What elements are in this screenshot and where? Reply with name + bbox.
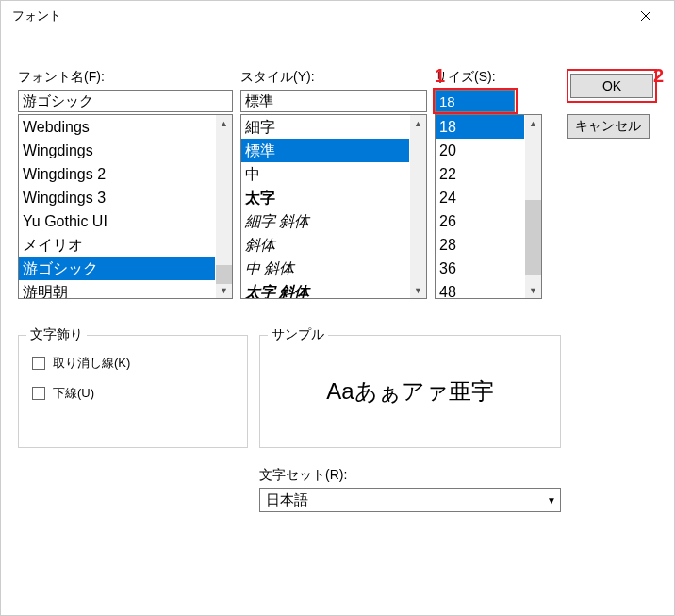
scrollbar-thumb[interactable]	[525, 200, 541, 275]
size-listbox[interactable]: 1820222426283648 ▲ ▼	[435, 114, 542, 299]
list-item[interactable]: Wingdings	[19, 139, 215, 162]
list-item[interactable]: 細字	[241, 115, 409, 139]
scroll-up-icon[interactable]: ▲	[410, 115, 426, 131]
scroll-up-icon[interactable]: ▲	[525, 115, 541, 131]
close-button[interactable]	[629, 3, 663, 29]
sample-text: Aaあぁアァ亜宇	[326, 376, 493, 407]
list-item[interactable]: 中 斜体	[241, 257, 409, 280]
underline-label: 下線(U)	[53, 385, 94, 402]
scroll-down-icon[interactable]: ▼	[525, 282, 541, 298]
scrollbar-thumb[interactable]	[216, 265, 232, 284]
list-item[interactable]: Yu Gothic UI	[19, 209, 215, 233]
list-item[interactable]: 24	[436, 186, 524, 209]
style-scrollbar[interactable]: ▲ ▼	[410, 115, 426, 298]
scroll-up-icon[interactable]: ▲	[216, 115, 232, 131]
list-item[interactable]: メイリオ	[19, 233, 215, 257]
list-item[interactable]: 28	[436, 233, 524, 257]
list-item[interactable]: 中	[241, 162, 409, 186]
charset-value: 日本語	[266, 491, 308, 509]
list-item[interactable]: 太字	[241, 186, 409, 209]
list-item[interactable]: Wingdings 3	[19, 186, 215, 209]
font-label: フォント名(F):	[18, 69, 233, 86]
window-title: フォント	[12, 8, 61, 25]
charset-label: 文字セット(R):	[259, 467, 657, 484]
scroll-down-icon[interactable]: ▼	[410, 282, 426, 298]
size-input[interactable]	[435, 90, 515, 112]
ok-button[interactable]: OK	[570, 74, 653, 98]
underline-checkbox[interactable]	[32, 387, 45, 400]
sample-group: サンプル Aaあぁアァ亜宇	[259, 335, 561, 448]
list-item[interactable]: 細字 斜体	[241, 209, 409, 233]
list-item[interactable]: 18	[436, 115, 524, 139]
annotation-num-2: 2	[653, 65, 664, 87]
font-listbox[interactable]: WebdingsWingdingsWingdings 2Wingdings 3Y…	[18, 114, 233, 299]
cancel-button[interactable]: キャンセル	[567, 114, 650, 139]
list-item[interactable]: 22	[436, 162, 524, 186]
list-item[interactable]: 斜体	[241, 233, 409, 257]
style-listbox[interactable]: 細字標準中太字細字 斜体斜体中 斜体太字 斜体 ▲ ▼	[240, 114, 427, 299]
list-item[interactable]: Webdings	[19, 115, 215, 139]
style-label: スタイル(Y):	[240, 69, 427, 86]
size-label: サイズ(S):	[435, 69, 542, 86]
font-scrollbar[interactable]: ▲ ▼	[216, 115, 232, 298]
annotation-num-1: 1	[435, 65, 445, 87]
list-item[interactable]: 游ゴシック	[19, 257, 215, 280]
strikethrough-label: 取り消し線(K)	[53, 355, 130, 372]
font-name-input[interactable]	[18, 90, 233, 112]
list-item[interactable]: 標準	[241, 139, 409, 162]
sample-legend: サンプル	[268, 326, 328, 343]
list-item[interactable]: 26	[436, 209, 524, 233]
charset-combo[interactable]: 日本語 ▼	[259, 488, 561, 512]
list-item[interactable]: 48	[436, 280, 524, 298]
style-input[interactable]	[240, 90, 427, 112]
decoration-legend: 文字飾り	[26, 326, 87, 343]
strikethrough-checkbox[interactable]	[32, 357, 45, 370]
list-item[interactable]: Wingdings 2	[19, 162, 215, 186]
list-item[interactable]: 游明朝	[19, 280, 215, 298]
decoration-group: 文字飾り 取り消し線(K) 下線(U)	[18, 335, 248, 448]
annotation-box-2: OK	[567, 69, 657, 103]
list-item[interactable]: 太字 斜体	[241, 280, 409, 298]
chevron-down-icon: ▼	[547, 495, 556, 506]
list-item[interactable]: 20	[436, 139, 524, 162]
scroll-down-icon[interactable]: ▼	[216, 282, 232, 298]
size-scrollbar[interactable]: ▲ ▼	[525, 115, 541, 298]
list-item[interactable]: 36	[436, 257, 524, 280]
